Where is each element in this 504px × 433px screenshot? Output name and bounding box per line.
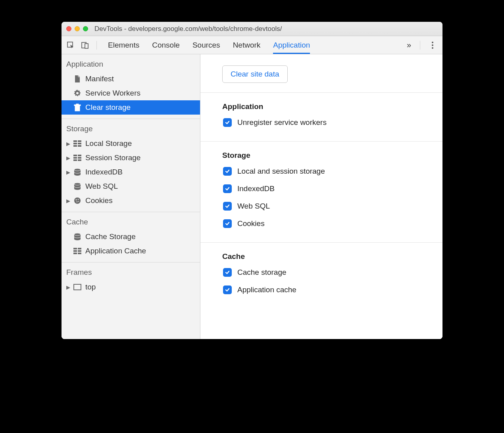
svg-point-26 [77,201,78,203]
checkbox-local-and-session-storage[interactable] [223,167,232,176]
sidebar-item-cookies[interactable]: ▶Cookies [62,194,200,208]
svg-rect-35 [78,253,81,254]
checkbox-label: Local and session storage [237,167,325,176]
grid-icon [73,140,81,148]
sidebar-item-local-storage[interactable]: ▶Local Storage [62,136,200,151]
sidebar-item-cache-storage[interactable]: Cache Storage [62,230,200,244]
check-row: Web SQL [223,202,421,211]
grid-icon [73,154,81,162]
sidebar-item-label: Clear storage [85,103,131,112]
svg-rect-14 [78,155,81,156]
sidebar-item-indexeddb[interactable]: ▶IndexedDB [62,165,200,179]
tab-sources[interactable]: Sources [192,36,220,54]
svg-point-24 [76,199,77,201]
application-sidebar: ApplicationManifestService WorkersClear … [62,54,200,339]
sidebar-item-label: Local Storage [85,139,132,148]
svg-rect-32 [73,250,77,252]
checkbox-application-cache[interactable] [223,285,232,294]
checkbox-unregister-service-workers[interactable] [223,118,232,127]
window-controls [66,26,88,31]
minimize-window-button[interactable] [75,26,80,31]
db-icon [73,168,81,176]
svg-point-27 [78,201,79,202]
settings-menu-button[interactable] [427,42,439,49]
sidebar-item-label: Application Cache [85,247,146,255]
svg-rect-13 [73,155,77,156]
check-row: Cache storage [223,268,421,277]
sidebar-item-service-workers[interactable]: Service Workers [62,86,200,100]
group-application: ApplicationUnregister service workers [200,92,442,141]
checkbox-label: Application cache [237,285,296,294]
svg-rect-10 [78,143,81,144]
tab-network[interactable]: Network [233,36,261,54]
grid-icon [73,247,81,255]
expand-chevron-icon[interactable]: ▶ [66,284,71,290]
sidebar-section-frames: Frames [62,262,200,280]
sidebar-item-web-sql[interactable]: Web SQL [62,179,200,194]
sidebar-item-session-storage[interactable]: ▶Session Storage [62,151,200,165]
tab-application[interactable]: Application [273,36,310,54]
titlebar: DevTools - developers.google.com/web/too… [62,22,442,36]
sidebar-item-label: top [85,283,96,291]
svg-point-3 [76,92,79,94]
check-row: Unregister service workers [223,118,421,127]
svg-rect-36 [74,284,81,290]
inspect-element-icon[interactable] [65,40,76,50]
checkbox-indexeddb[interactable] [223,184,232,193]
svg-rect-7 [73,140,77,142]
divider [96,41,97,50]
trash-icon [73,103,81,111]
svg-rect-30 [73,248,77,249]
expand-chevron-icon[interactable]: ▶ [66,169,71,175]
tab-console[interactable]: Console [152,36,180,54]
sidebar-section-application: Application [62,54,200,72]
svg-point-25 [78,199,79,200]
sidebar-item-label: Manifest [85,75,114,83]
svg-rect-12 [78,145,81,147]
check-row: IndexedDB [223,184,421,193]
svg-rect-16 [78,157,81,159]
clear-site-data-button[interactable]: Clear site data [222,65,288,83]
device-toolbar-icon[interactable] [80,40,90,50]
svg-rect-8 [78,140,81,142]
group-title: Cache [222,252,421,261]
checkbox-label: Cache storage [237,268,287,277]
check-row: Application cache [223,285,421,294]
svg-rect-34 [73,253,77,254]
window-title: DevTools - developers.google.com/web/too… [94,25,282,33]
zoom-window-button[interactable] [83,26,88,31]
checkbox-cache-storage[interactable] [223,268,232,277]
sidebar-item-label: Cookies [85,196,113,205]
sidebar-section-cache: Cache [62,212,200,230]
sidebar-item-label: Web SQL [85,182,118,191]
expand-chevron-icon[interactable]: ▶ [66,141,71,147]
checkbox-web-sql[interactable] [223,202,232,211]
sidebar-item-label: Session Storage [85,153,140,162]
sidebar-item-manifest[interactable]: Manifest [62,72,200,86]
tab-elements[interactable]: Elements [108,36,139,54]
group-storage: StorageLocal and session storageIndexedD… [200,141,442,242]
db-icon [73,182,81,190]
group-cache: CacheCache storageApplication cache [200,242,442,308]
checkbox-cookies[interactable] [223,219,232,228]
expand-chevron-icon[interactable]: ▶ [66,155,71,161]
file-icon [73,75,81,83]
checkbox-label: IndexedDB [237,184,275,193]
svg-rect-4 [75,105,80,111]
svg-rect-9 [73,143,77,144]
svg-rect-33 [78,250,81,252]
cookie-icon [73,197,81,205]
close-window-button[interactable] [66,26,71,31]
svg-rect-6 [76,104,79,105]
sidebar-item-label: Service Workers [85,89,140,98]
svg-rect-18 [78,159,81,161]
group-title: Storage [222,151,421,160]
sidebar-item-application-cache[interactable]: Application Cache [62,244,200,258]
sidebar-item-top[interactable]: ▶top [62,280,200,294]
check-row: Local and session storage [223,167,421,176]
sidebar-item-clear-storage[interactable]: Clear storage [62,100,200,115]
gear-icon [73,89,81,97]
sidebar-section-storage: Storage [62,119,200,136]
more-tabs-button[interactable]: » [404,40,414,50]
expand-chevron-icon[interactable]: ▶ [66,198,71,204]
